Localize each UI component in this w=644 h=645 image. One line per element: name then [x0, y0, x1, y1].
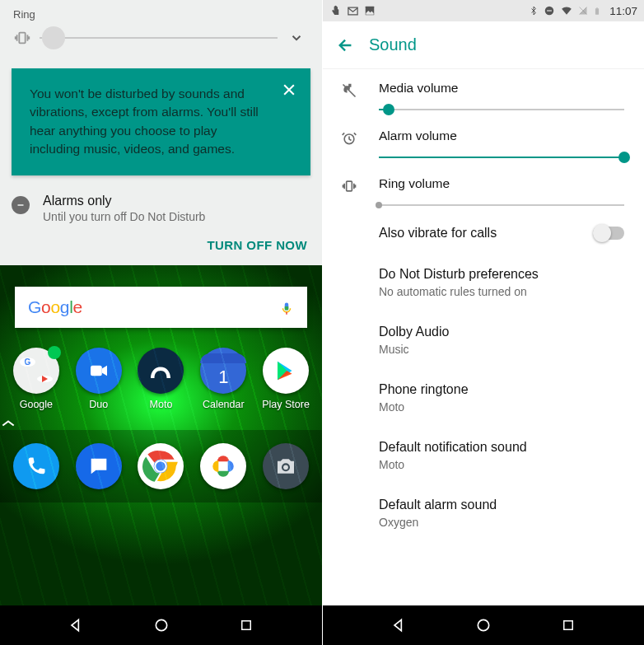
expand-chevron-icon[interactable] — [284, 26, 309, 50]
svg-rect-15 — [595, 8, 599, 15]
dock-camera[interactable] — [263, 443, 309, 489]
setting-sub: No automatic rules turned on — [379, 285, 624, 298]
alarm-sound-row[interactable]: Default alarm sound Oxygen — [323, 484, 644, 542]
setting-sub: Oxygen — [379, 516, 624, 529]
slider-thumb[interactable] — [383, 104, 394, 115]
app-google-folder[interactable]: G Google — [7, 348, 66, 410]
svg-rect-2 — [285, 306, 289, 311]
svg-point-19 — [478, 619, 488, 630]
ring-slider[interactable] — [40, 37, 278, 39]
picture-icon — [364, 5, 376, 16]
header-title: Sound — [369, 35, 417, 54]
alarm-volume-slider[interactable] — [379, 157, 624, 158]
dolby-audio-row[interactable]: Dolby Audio Music — [323, 311, 644, 369]
notification-sound-row[interactable]: Default notification sound Moto — [323, 427, 644, 484]
nav-home[interactable] — [474, 616, 492, 634]
setting-sub: Moto — [379, 400, 624, 414]
vibrate-calls-switch[interactable] — [593, 227, 624, 240]
ring-volume-panel: Ring — [0, 0, 322, 54]
alarm-volume-row: Alarm volume — [323, 117, 644, 165]
ring-volume-slider[interactable] — [379, 204, 624, 206]
svg-rect-0 — [19, 33, 25, 44]
nav-recent[interactable] — [237, 616, 255, 634]
dnd-minus-icon — [12, 196, 30, 214]
setting-title: Default alarm sound — [379, 498, 624, 512]
vibrate-icon — [334, 178, 364, 194]
hand-icon — [329, 5, 342, 17]
alarm-icon — [334, 130, 364, 147]
dock-chrome[interactable] — [138, 443, 184, 489]
nav-back[interactable] — [390, 616, 408, 634]
setting-title: Dolby Audio — [379, 325, 624, 339]
dock-messages[interactable] — [76, 443, 122, 489]
dnd-status-icon — [544, 5, 555, 16]
dock — [0, 430, 322, 502]
dock-phone[interactable] — [13, 443, 59, 489]
alarms-only-sub: Until you turn off Do Not Disturb — [43, 210, 205, 223]
app-label: Google — [20, 399, 53, 410]
google-search-bar[interactable]: Google — [15, 287, 307, 328]
dock-photos[interactable] — [200, 443, 246, 489]
mic-icon[interactable] — [279, 300, 294, 315]
ring-volume-title: Ring volume — [379, 176, 624, 191]
app-moto[interactable]: Moto — [131, 348, 190, 410]
signal-icon — [578, 5, 588, 16]
nav-home[interactable] — [152, 616, 170, 634]
setting-sub: Music — [379, 343, 624, 356]
svg-rect-16 — [596, 7, 598, 8]
status-bar: 11:07 — [323, 0, 644, 21]
left-phone: Ring You won't be disturbed by sounds an… — [0, 0, 322, 645]
homescreen: Google G Google Duo — [0, 265, 322, 605]
ring-volume-row: Ring volume — [323, 165, 644, 213]
svg-point-6 — [156, 460, 167, 472]
svg-point-9 — [156, 619, 166, 630]
nav-bar-right — [323, 605, 644, 645]
music-off-icon — [334, 82, 364, 99]
gmail-icon — [347, 5, 359, 17]
back-arrow-icon[interactable] — [329, 29, 362, 62]
app-label: Calendar — [203, 399, 245, 410]
slider-thumb[interactable] — [618, 152, 630, 163]
media-volume-slider[interactable] — [379, 109, 624, 110]
app-play-store[interactable]: Play Store — [256, 348, 315, 410]
app-row: G Google Duo Moto 1 Calendar — [0, 343, 322, 410]
nav-back[interactable] — [67, 616, 85, 634]
nav-recent[interactable] — [559, 616, 577, 634]
sound-settings-list[interactable]: Media volume Alarm volume Ring v — [323, 69, 644, 605]
battery-icon — [593, 5, 601, 17]
ring-slider-row — [13, 26, 309, 50]
alarms-only-title: Alarms only — [43, 194, 205, 208]
setting-sub: Moto — [379, 458, 624, 471]
media-volume-row: Media volume — [323, 69, 644, 117]
svg-rect-14 — [547, 10, 552, 11]
setting-title: Default notification sound — [379, 440, 624, 455]
setting-title: Do Not Disturb preferences — [379, 267, 624, 282]
dnd-prefs-row[interactable]: Do Not Disturb preferences No automatic … — [323, 254, 644, 311]
svg-rect-3 — [91, 366, 102, 376]
status-left-icons — [329, 5, 376, 17]
app-label: Duo — [89, 399, 108, 410]
status-time: 11:07 — [609, 5, 637, 17]
app-label: Play Store — [262, 399, 310, 410]
wifi-icon — [560, 5, 573, 16]
svg-point-8 — [283, 465, 288, 470]
alarm-volume-title: Alarm volume — [379, 129, 624, 143]
settings-header: Sound — [323, 21, 644, 69]
nav-bar-left — [0, 605, 322, 645]
vibrate-calls-row[interactable]: Also vibrate for calls — [323, 213, 644, 254]
app-calendar[interactable]: 1 Calendar — [194, 348, 253, 410]
svg-rect-18 — [347, 181, 352, 191]
dnd-info-card: You won't be disturbed by sounds and vib… — [12, 68, 310, 175]
vibrate-icon — [13, 29, 31, 47]
phone-ringtone-row[interactable]: Phone ringtone Moto — [323, 369, 644, 427]
dnd-info-text: You won't be disturbed by sounds and vib… — [30, 85, 264, 159]
app-drawer-arrow-icon[interactable] — [0, 410, 322, 430]
app-duo[interactable]: Duo — [69, 348, 128, 410]
close-icon[interactable] — [279, 80, 299, 100]
turn-off-now-button[interactable]: TURN OFF NOW — [0, 228, 322, 265]
setting-title: Phone ringtone — [379, 382, 624, 397]
media-volume-title: Media volume — [379, 81, 624, 96]
svg-rect-10 — [242, 621, 251, 630]
ring-slider-thumb[interactable] — [42, 26, 65, 49]
slider-thumb[interactable] — [376, 202, 382, 208]
